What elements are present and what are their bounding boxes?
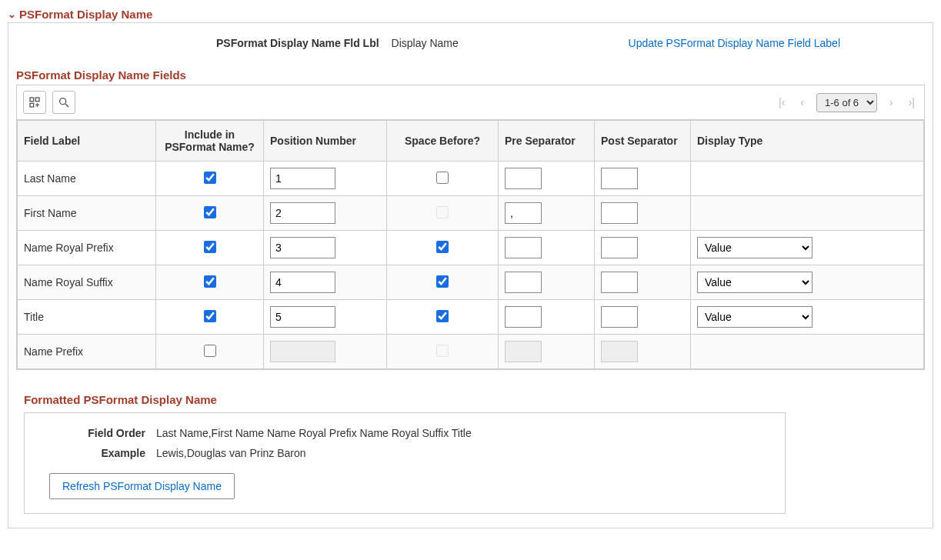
cell-position: [264, 300, 387, 335]
cell-post-sep: [595, 196, 691, 231]
pager-first-button[interactable]: |‹: [776, 95, 788, 110]
table-row: TitleValue: [18, 300, 924, 335]
chevron-down-icon: ⌄: [8, 8, 16, 20]
cell-include: [156, 196, 264, 231]
cell-position: [264, 265, 387, 300]
col-pre-sep: Pre Separator: [499, 121, 595, 162]
svg-point-3: [60, 98, 66, 105]
col-space-before: Space Before?: [387, 121, 499, 162]
cell-space-before: [387, 300, 499, 335]
pre-sep-input[interactable]: [505, 272, 542, 293]
grid: |‹ ‹ 1-6 of 6 › ›| Field Label Include i…: [16, 85, 925, 370]
pager-prev-button[interactable]: ‹: [797, 95, 807, 110]
cell-display-type: Value: [691, 300, 924, 335]
include-checkbox[interactable]: [204, 275, 216, 288]
grid-settings-button[interactable]: [23, 91, 46, 114]
cell-include: [156, 162, 264, 196]
formatted-box: Field Order Last Name,First Name Name Ro…: [24, 412, 786, 514]
cell-pre-sep: [499, 265, 595, 300]
pager-range-select[interactable]: 1-6 of 6: [816, 93, 877, 112]
svg-rect-2: [30, 103, 34, 107]
cell-space-before: [387, 196, 499, 231]
post-sep-input[interactable]: [601, 168, 638, 189]
svg-line-4: [65, 104, 68, 107]
space-before-checkbox: [436, 206, 449, 218]
include-checkbox[interactable]: [204, 310, 216, 322]
cell-display-type: [691, 196, 924, 231]
post-sep-input[interactable]: [601, 237, 638, 258]
cell-pre-sep: [499, 300, 595, 335]
cell-display-type: Value: [691, 265, 924, 300]
position-input[interactable]: [270, 237, 335, 258]
cell-position: [264, 335, 387, 369]
include-checkbox[interactable]: [204, 345, 216, 357]
cell-space-before: [387, 231, 499, 265]
section-title-text: PSFormat Display Name: [19, 8, 152, 21]
cell-include: [156, 265, 264, 300]
cell-display-type: [691, 162, 924, 196]
col-display-type: Display Type: [691, 121, 924, 162]
cell-include: [156, 231, 264, 265]
cell-post-sep: [595, 335, 691, 369]
cell-pre-sep: [499, 196, 595, 231]
position-input[interactable]: [270, 306, 335, 328]
position-input[interactable]: [270, 202, 335, 224]
field-order-value: Last Name,First Name Name Royal Prefix N…: [156, 427, 472, 439]
update-field-label-link[interactable]: Update PSFormat Display Name Field Label: [629, 37, 840, 49]
panel: PSFormat Display Name Fld Lbl Display Na…: [8, 22, 933, 528]
include-checkbox[interactable]: [204, 241, 216, 253]
space-before-checkbox[interactable]: [436, 310, 449, 322]
grid-search-button[interactable]: [52, 91, 75, 114]
position-input: [270, 341, 335, 362]
col-position: Position Number: [264, 121, 387, 162]
refresh-button[interactable]: Refresh PSFormat Display Name: [49, 473, 235, 499]
cell-post-sep: [595, 265, 691, 300]
col-post-sep: Post Separator: [595, 121, 691, 162]
field-lbl-label: PSFormat Display Name Fld Lbl: [216, 37, 379, 49]
grid-toolbar: |‹ ‹ 1-6 of 6 › ›|: [17, 85, 924, 120]
pager-next-button[interactable]: ›: [886, 95, 896, 110]
cell-pre-sep: [499, 231, 595, 265]
space-before-checkbox[interactable]: [436, 275, 449, 288]
cell-position: [264, 162, 387, 196]
cell-post-sep: [595, 231, 691, 265]
pager: |‹ ‹ 1-6 of 6 › ›|: [776, 93, 918, 112]
cell-position: [264, 231, 387, 265]
space-before-checkbox: [436, 345, 449, 357]
svg-rect-0: [30, 98, 34, 102]
pager-last-button[interactable]: ›|: [906, 95, 918, 110]
section-header[interactable]: ⌄ PSFormat Display Name: [8, 8, 933, 21]
include-checkbox[interactable]: [204, 172, 216, 184]
svg-rect-1: [35, 98, 39, 102]
post-sep-input: [601, 341, 638, 362]
field-order-label: Field Order: [37, 427, 156, 439]
position-input[interactable]: [270, 272, 335, 293]
grid-title: PSFormat Display Name Fields: [16, 68, 925, 82]
pre-sep-input[interactable]: [505, 306, 542, 328]
example-value: Lewis,Douglas van Prinz Baron: [156, 447, 306, 459]
pre-sep-input[interactable]: [505, 202, 542, 224]
display-type-select[interactable]: Value: [697, 306, 813, 328]
position-input[interactable]: [270, 168, 335, 189]
post-sep-input[interactable]: [601, 202, 638, 224]
cell-field-label: First Name: [18, 196, 156, 231]
cell-field-label: Title: [18, 300, 156, 335]
grid-icon: [28, 96, 41, 108]
pre-sep-input[interactable]: [505, 237, 542, 258]
search-icon: [58, 96, 70, 108]
post-sep-input[interactable]: [601, 306, 638, 328]
space-before-checkbox[interactable]: [436, 241, 449, 253]
display-type-select[interactable]: Value: [697, 272, 813, 293]
cell-include: [156, 300, 264, 335]
pre-sep-input[interactable]: [505, 168, 542, 189]
cell-field-label: Name Royal Suffix: [18, 265, 156, 300]
cell-field-label: Name Prefix: [18, 335, 156, 369]
include-checkbox[interactable]: [204, 206, 216, 218]
cell-display-type: [691, 335, 924, 369]
cell-space-before: [387, 162, 499, 196]
header-row: PSFormat Display Name Fld Lbl Display Na…: [16, 37, 925, 49]
space-before-checkbox[interactable]: [436, 172, 449, 184]
display-type-select[interactable]: Value: [697, 237, 813, 258]
col-field-label: Field Label: [18, 121, 156, 162]
post-sep-input[interactable]: [601, 272, 638, 293]
